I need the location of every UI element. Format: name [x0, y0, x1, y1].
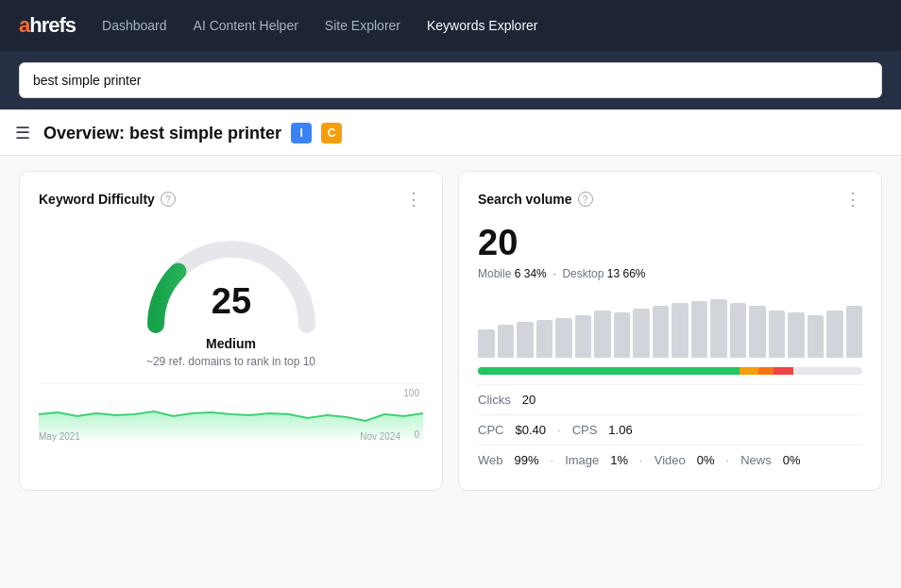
search-bar-section — [0, 51, 901, 109]
video-label: Video — [654, 453, 686, 467]
badge-i[interactable]: I — [291, 123, 312, 143]
bar-item — [633, 309, 650, 358]
bar-item — [808, 315, 824, 358]
mobile-pct: 34% — [524, 267, 547, 280]
bar-item — [555, 318, 572, 358]
overview-header: ☰ Overview: best simple printer I C — [0, 109, 901, 156]
news-label: News — [740, 453, 772, 467]
bar-item — [614, 312, 631, 358]
cps-val: 1.06 — [608, 423, 632, 437]
mobile-val: 6 — [515, 267, 521, 280]
bar-item — [730, 303, 747, 358]
nav-ai-content[interactable]: AI Content Helper — [194, 18, 298, 33]
clicks-row: Clicks 20 — [478, 384, 862, 414]
kd-more-icon[interactable]: ⋮ — [405, 189, 423, 210]
sv-colored-bar — [478, 367, 862, 375]
kd-gauge-wrap: 25 Medium ~29 ref. domains to rank in to… — [39, 223, 423, 372]
bar-item — [536, 320, 553, 358]
hamburger-icon[interactable]: ☰ — [15, 123, 30, 143]
nav-dashboard[interactable]: Dashboard — [102, 18, 167, 33]
image-label: Image — [565, 453, 599, 467]
bar-item — [788, 312, 805, 358]
page-content: ☰ Overview: best simple printer I C Keyw… — [0, 109, 901, 588]
sv-breakdown: Mobile 6 34% · Desktop 13 66% — [478, 267, 862, 280]
bar-item — [769, 311, 786, 358]
image-val: 1% — [610, 453, 628, 467]
kd-card-header: Keyword Difficulty ? ⋮ — [39, 189, 423, 210]
sv-help-icon[interactable]: ? — [578, 192, 593, 207]
cb-yellow — [740, 367, 758, 375]
kd-card: Keyword Difficulty ? ⋮ — [19, 171, 443, 491]
logo[interactable]: ahrefs — [19, 13, 76, 38]
cb-orange — [758, 367, 774, 375]
web-label: Web — [478, 453, 503, 467]
clicks-val: 20 — [522, 393, 536, 407]
kd-sub: ~29 ref. domains to rank in top 10 — [146, 355, 315, 368]
clicks-label: Clicks — [478, 393, 511, 407]
sv-number: 20 — [478, 223, 862, 263]
cards-grid: Keyword Difficulty ? ⋮ — [0, 156, 901, 506]
cb-red — [774, 367, 792, 375]
sv-bar-chart — [478, 292, 862, 358]
cpc-row: CPC $0.40 · CPS 1.06 — [478, 414, 862, 445]
bar-item — [575, 315, 592, 358]
bar-item — [653, 306, 670, 358]
news-val: 0% — [783, 453, 801, 467]
sv-more-icon[interactable]: ⋮ — [844, 189, 862, 210]
nav-site-explorer[interactable]: Site Explorer — [325, 18, 400, 33]
sv-title: Search volume — [478, 192, 572, 207]
cb-gray — [793, 367, 862, 375]
bar-item — [594, 311, 611, 358]
bar-item — [672, 303, 688, 358]
sv-card-header: Search volume ? ⋮ — [478, 189, 862, 210]
kd-y-max: 100 — [403, 388, 419, 398]
search-input[interactable] — [19, 62, 882, 98]
bar-item — [498, 325, 515, 358]
bar-item — [691, 301, 708, 358]
dot1: · — [557, 423, 561, 437]
bar-item — [749, 306, 766, 358]
desktop-val: 13 — [607, 267, 620, 280]
kd-label: Medium — [206, 336, 256, 351]
kd-gauge-svg: 25 — [137, 230, 326, 334]
kd-date-from: May 2021 — [39, 431, 80, 442]
bar-item — [846, 306, 863, 358]
intent-row: Web 99% · Image 1% · Video 0% · News 0% — [478, 445, 862, 475]
page-title: Overview: best simple printer — [43, 124, 281, 143]
bar-item — [710, 299, 727, 358]
kd-date-to: Nov 2024 — [360, 431, 400, 442]
sv-card: Search volume ? ⋮ 20 Mobile 6 34% · Desk… — [458, 171, 882, 491]
navbar: ahrefs Dashboard AI Content Helper Site … — [0, 0, 901, 51]
svg-text:25: 25 — [211, 281, 250, 321]
kd-title: Keyword Difficulty — [39, 192, 155, 207]
kd-sparkline-wrap: 100 0 May 2021 Nov 2024 — [39, 383, 423, 440]
desktop-pct: 66% — [622, 267, 645, 280]
bar-item — [478, 329, 495, 358]
video-val: 0% — [697, 453, 715, 467]
cpc-label: CPC — [478, 423, 503, 437]
badge-c[interactable]: C — [321, 123, 342, 143]
kd-y-min: 0 — [414, 429, 419, 440]
nav-keywords-explorer[interactable]: Keywords Explorer — [427, 18, 538, 33]
bar-item — [826, 311, 843, 358]
kd-help-icon[interactable]: ? — [161, 192, 176, 207]
web-val: 99% — [515, 453, 539, 467]
cb-green — [478, 367, 740, 375]
bar-item — [517, 322, 534, 358]
cps-label: CPS — [572, 423, 598, 437]
cpc-val: $0.40 — [515, 423, 546, 437]
